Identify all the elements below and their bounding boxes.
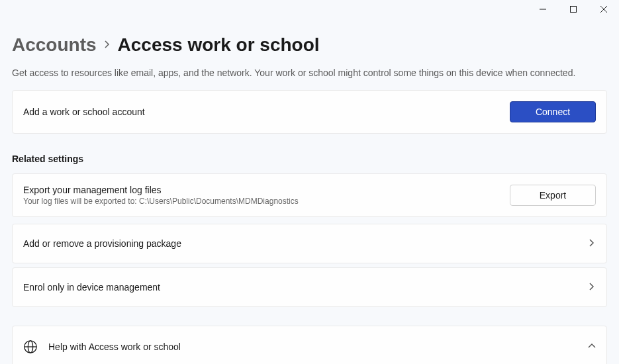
maximize-icon xyxy=(570,6,577,13)
chevron-up-icon xyxy=(588,341,596,353)
minimize-button[interactable] xyxy=(528,0,558,19)
maximize-button[interactable] xyxy=(558,0,589,19)
provisioning-row[interactable]: Add or remove a provisioning package xyxy=(12,224,607,263)
export-button[interactable]: Export xyxy=(510,185,596,206)
connect-button[interactable]: Connect xyxy=(510,101,596,122)
export-logs-title: Export your management log files xyxy=(23,185,299,195)
chevron-right-icon xyxy=(103,39,111,51)
minimize-icon xyxy=(540,6,546,13)
provisioning-label: Add or remove a provisioning package xyxy=(23,238,181,249)
chevron-right-icon xyxy=(588,238,596,250)
enrol-row[interactable]: Enrol only in device management xyxy=(12,267,607,307)
add-account-label: Add a work or school account xyxy=(23,107,145,117)
page-title: Access work or school xyxy=(118,34,320,56)
close-icon xyxy=(600,6,607,13)
globe-icon xyxy=(23,340,38,354)
export-logs-card: Export your management log files Your lo… xyxy=(12,173,607,217)
page-subtitle: Get access to resources like email, apps… xyxy=(12,68,607,78)
chevron-right-icon xyxy=(588,281,596,293)
breadcrumb-parent[interactable]: Accounts xyxy=(12,34,97,56)
enrol-label: Enrol only in device management xyxy=(23,282,160,293)
breadcrumb: Accounts Access work or school xyxy=(12,34,607,56)
help-label: Help with Access work or school xyxy=(48,341,577,352)
related-settings-heading: Related settings xyxy=(12,154,607,164)
close-button[interactable] xyxy=(589,0,619,19)
help-row[interactable]: Help with Access work or school xyxy=(12,326,607,364)
export-logs-subtitle: Your log files will be exported to: C:\U… xyxy=(23,197,299,206)
page-content: Accounts Access work or school Get acces… xyxy=(0,21,619,364)
add-account-card: Add a work or school account Connect xyxy=(12,90,607,134)
svg-rect-1 xyxy=(571,7,577,13)
window-titlebar xyxy=(0,0,619,21)
